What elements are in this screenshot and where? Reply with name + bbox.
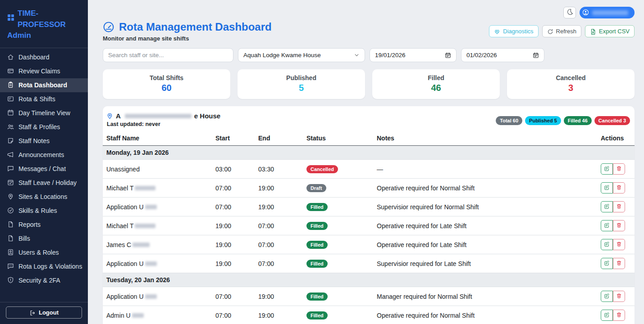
sidebar: TIME-PROFESSOR Admin Dashboard Review Cl… [0,0,88,324]
cell-notes: Operative required for Late Shift [373,235,597,254]
date-group-row: Tuesday, 20 Jan 2026 [103,273,635,287]
shift-row: Admin U 07:00 19:00 Filled Operative req… [103,306,635,324]
date-to-input[interactable]: 01/02/2026 [461,48,544,62]
status-badge: Cancelled [306,165,338,173]
edit-shift-button[interactable] [601,239,613,250]
summary-badge: Filled 46 [564,116,592,125]
pencil-square-icon [604,260,610,267]
house-icon [7,54,14,61]
edit-shift-button[interactable] [601,182,613,194]
diagnostics-button[interactable]: Diagnostics [489,25,538,37]
refresh-button[interactable]: Refresh [542,25,582,37]
calcheck-icon [7,179,14,186]
pencil-square-icon [604,222,610,230]
date-group-label: Monday, 19 Jan 2026 [103,146,635,160]
sidebar-item-dashboard[interactable]: Dashboard [0,50,88,64]
export-csv-button[interactable]: Export CSV [585,25,635,37]
search-input[interactable] [103,48,233,62]
user-name-redacted [592,10,628,15]
cell-start: 19:00 [212,235,255,254]
column-header-notes: Notes [373,131,597,146]
sidebar-item-announcements[interactable]: Announcements [0,148,88,162]
trash-icon [616,312,622,319]
sidebar-item-label: Rota Dashboard [18,81,67,89]
refresh-icon [547,28,553,35]
pencil-square-icon [604,241,610,248]
person-circle-icon [582,9,589,16]
edit-shift-button[interactable] [601,163,613,175]
site-panel-header: Ae House Last updated: never Total 60 Pu… [103,112,635,131]
logout-icon [29,310,36,316]
sidebar-item-staff-profiles[interactable]: Staff & Profiles [0,120,88,134]
delete-shift-button[interactable] [613,258,625,269]
sidebar-nav: Dashboard Review Claims Rota Dashboard R… [0,48,88,302]
shifts-table: Staff Name Start End Status Notes Action… [103,131,635,324]
cell-staff-name: Michael T [103,216,212,235]
edit-shift-button[interactable] [601,291,613,302]
delete-shift-button[interactable] [613,163,625,175]
edit-shift-button[interactable] [601,201,613,212]
delete-shift-button[interactable] [613,220,625,231]
edit-shift-button[interactable] [601,310,613,321]
summary-badge: Published 5 [525,116,561,125]
sidebar-item-staff-notes[interactable]: Staff Notes [0,134,88,148]
sidebar-item-rota-shifts[interactable]: Rota & Shifts [0,92,88,106]
cell-end: 03:30 [255,160,303,179]
geo-pin-icon [106,112,113,119]
sidebar-item-review-claims[interactable]: Review Claims [0,64,88,78]
sidebar-item-reports[interactable]: Reports [0,218,88,232]
sidebar-item-label: Review Claims [18,68,60,75]
staff-name-redacted [132,243,150,247]
logout-button[interactable]: Logout [6,306,82,319]
sidebar-item-skills-rules[interactable]: Skills & Rules [0,204,88,218]
delete-shift-button[interactable] [613,201,625,212]
note-icon [7,137,14,144]
sidebar-item-rota-dashboard[interactable]: Rota Dashboard [0,78,88,92]
delete-shift-button[interactable] [613,291,625,302]
sidebar-item-label: Users & Roles [18,249,59,256]
delete-shift-button[interactable] [613,182,625,194]
file-icon [7,221,14,228]
cell-end: 07:00 [255,254,303,273]
cell-status: Cancelled [303,160,373,179]
shift-row: Michael T 19:00 07:00 Filled Operative r… [103,216,635,235]
site-select[interactable]: Aquah Lodge Kwame House [238,48,365,62]
column-header-start: Start [212,131,255,146]
sidebar-item-bills[interactable]: Bills [0,232,88,246]
cell-start: 07:00 [212,306,255,324]
date-group-label: Tuesday, 20 Jan 2026 [103,273,635,287]
trash-icon [616,184,622,192]
sidebar-item-rota-logs-violations[interactable]: Rota Logs & Violations [0,260,88,274]
delete-shift-button[interactable] [613,239,625,250]
cell-status: Draft [303,179,373,198]
date-group-row: Monday, 19 Jan 2026 [103,146,635,160]
delete-shift-button[interactable] [613,310,625,321]
sidebar-item-users-roles[interactable]: Users & Roles [0,246,88,260]
sidebar-item-sites-locations[interactable]: Sites & Locations [0,190,88,204]
sidebar-item-label: Staff Notes [18,137,50,144]
sidebar-item-messages-chat[interactable]: Messages / Chat [0,162,88,176]
user-badge[interactable] [580,7,635,18]
cell-status: Filled [303,198,373,216]
calendar-icon [445,52,451,58]
file-spreadsheet-icon [590,28,596,35]
edit-shift-button[interactable] [601,220,613,231]
cell-actions [597,198,635,216]
sidebar-item-day-timeline-view[interactable]: Day Timeline View [0,106,88,120]
cell-notes: Operative required for Normal Shift [373,306,597,324]
cell-notes: — [373,160,597,179]
summary-badge: Total 60 [496,116,522,125]
stat-label: Total Shifts [103,74,230,81]
cell-notes: Manager required for Normal Shift [373,287,597,306]
theme-toggle-button[interactable] [563,7,576,18]
cell-status: Filled [303,235,373,254]
last-updated: Last updated: never [107,121,220,127]
date-from-input[interactable]: 19/01/2026 [370,48,457,62]
status-badge: Filled [306,241,328,249]
pencil-square-icon [604,184,610,192]
sidebar-item-staff-leave-holiday[interactable]: Staff Leave / Holiday [0,176,88,190]
cell-end: 07:00 [255,216,303,235]
cell-actions [597,179,635,198]
sidebar-item-security-2fa[interactable]: Security & 2FA [0,274,88,288]
edit-shift-button[interactable] [601,258,613,269]
